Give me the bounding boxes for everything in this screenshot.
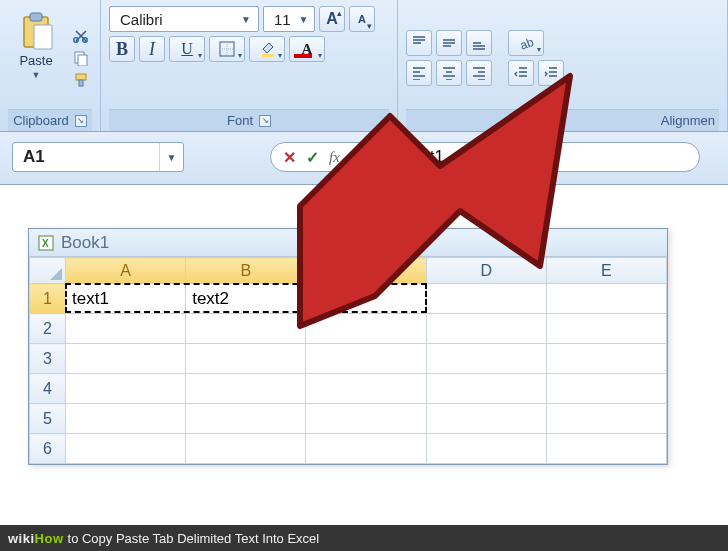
caption-text: to Copy Paste Tab Delimited Text Into Ex… (68, 531, 320, 546)
italic-button[interactable]: I (139, 36, 165, 62)
font-color-button[interactable]: A (289, 36, 325, 62)
svg-text:ab: ab (518, 35, 534, 51)
svg-rect-10 (262, 54, 274, 57)
alignment-group-label: Alignmen (406, 109, 719, 131)
scissors-icon (73, 28, 89, 44)
chevron-down-icon: ▼ (32, 70, 41, 80)
cell-D1[interactable] (426, 284, 546, 314)
workbook-title: Book1 (61, 233, 109, 253)
chevron-down-icon[interactable]: ▼ (159, 143, 183, 171)
svg-rect-8 (79, 80, 83, 86)
font-group-label: Font ↘ (109, 109, 389, 131)
paste-button[interactable]: Paste ▼ (8, 6, 64, 109)
align-left-button[interactable] (406, 60, 432, 86)
bold-button[interactable]: B (109, 36, 135, 62)
fill-color-button[interactable] (249, 36, 285, 62)
svg-rect-6 (78, 55, 87, 66)
enter-icon[interactable]: ✓ (306, 148, 319, 167)
caption-bar: wikiHow to Copy Paste Tab Delimited Text… (0, 525, 728, 551)
cut-button[interactable] (70, 27, 92, 45)
borders-icon (219, 41, 235, 57)
increase-indent-icon (544, 66, 558, 80)
align-right-button[interactable] (466, 60, 492, 86)
formula-field[interactable]: ✕ ✓ fx t1 (270, 142, 700, 172)
align-top-button[interactable] (406, 30, 432, 56)
cell-A1[interactable]: text1 (66, 284, 186, 314)
col-header-E[interactable]: E (546, 258, 666, 284)
copy-icon (73, 50, 89, 66)
orientation-button[interactable]: ab (508, 30, 544, 56)
svg-text:X: X (42, 238, 49, 249)
paste-label: Paste (19, 53, 52, 68)
chevron-down-icon: ▼ (297, 14, 310, 25)
wikihow-logo: wikiHow (8, 531, 64, 546)
row-header-5[interactable]: 5 (30, 404, 66, 434)
cell-C1[interactable]: text3 (306, 284, 426, 314)
group-font: Calibri ▼ 11 ▼ A▴ A▾ B I U (101, 0, 398, 131)
svg-rect-7 (76, 74, 86, 80)
paintbrush-icon (73, 72, 89, 88)
shrink-font-icon: A (358, 13, 366, 25)
bucket-icon (259, 41, 275, 57)
chevron-down-icon: ▼ (238, 14, 254, 25)
formula-value: t1 (430, 147, 444, 167)
align-right-icon (472, 66, 486, 80)
col-header-D[interactable]: D (426, 258, 546, 284)
copy-button[interactable] (70, 49, 92, 67)
format-painter-button[interactable] (70, 71, 92, 89)
align-center-icon (442, 66, 456, 80)
increase-indent-button[interactable] (538, 60, 564, 86)
align-bottom-icon (472, 36, 486, 50)
font-size-combo[interactable]: 11 ▼ (263, 6, 315, 32)
align-center-button[interactable] (436, 60, 462, 86)
row-header-2[interactable]: 2 (30, 314, 66, 344)
row-header-6[interactable]: 6 (30, 434, 66, 464)
row-header-4[interactable]: 4 (30, 374, 66, 404)
svg-rect-2 (34, 25, 52, 49)
cancel-icon[interactable]: ✕ (283, 148, 296, 167)
grow-font-button[interactable]: A▴ (319, 6, 345, 32)
cell-E1[interactable] (546, 284, 666, 314)
group-alignment: ab Alignmen (398, 0, 728, 131)
fx-icon[interactable]: fx (329, 149, 340, 166)
orientation-icon: ab (518, 35, 534, 51)
svg-rect-1 (30, 13, 42, 21)
row-header-1[interactable]: 1 (30, 284, 66, 314)
excel-file-icon: X (37, 234, 55, 252)
dialog-launcher-icon[interactable]: ↘ (75, 115, 87, 127)
select-all-corner[interactable] (30, 258, 66, 284)
align-bottom-button[interactable] (466, 30, 492, 56)
align-top-icon (412, 36, 426, 50)
dialog-launcher-icon[interactable]: ↘ (259, 115, 271, 127)
row-header-3[interactable]: 3 (30, 344, 66, 374)
col-header-B[interactable]: B (186, 258, 306, 284)
workbook-window: X Book1 A B C D E 1 text1 text2 (28, 228, 668, 465)
align-middle-button[interactable] (436, 30, 462, 56)
group-clipboard: Paste ▼ Clipboard ↘ (0, 0, 101, 131)
col-header-C[interactable]: C (306, 258, 426, 284)
workbook-titlebar[interactable]: X Book1 (29, 229, 667, 257)
underline-button[interactable]: U (169, 36, 205, 62)
decrease-indent-button[interactable] (508, 60, 534, 86)
borders-button[interactable] (209, 36, 245, 62)
ribbon: Paste ▼ Clipboard ↘ (0, 0, 728, 132)
name-box[interactable]: A1 ▼ (12, 142, 184, 172)
clipboard-group-label: Clipboard ↘ (8, 109, 92, 131)
clipboard-icon (16, 11, 56, 51)
cell-B1[interactable]: text2 (186, 284, 306, 314)
decrease-indent-icon (514, 66, 528, 80)
col-header-A[interactable]: A (66, 258, 186, 284)
font-name-combo[interactable]: Calibri ▼ (109, 6, 259, 32)
shrink-font-button[interactable]: A▾ (349, 6, 375, 32)
formula-bar: A1 ▼ ✕ ✓ fx t1 (0, 132, 728, 185)
spreadsheet-grid[interactable]: A B C D E 1 text1 text2 text3 2 3 (29, 257, 667, 464)
align-middle-icon (442, 36, 456, 50)
align-left-icon (412, 66, 426, 80)
